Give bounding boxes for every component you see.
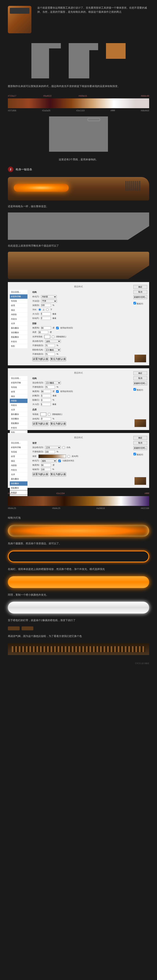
- gray-shape-1: [31, 43, 61, 78]
- label: 阻塞(C):: [32, 398, 40, 402]
- sidebar-item[interactable]: 纹理: [10, 304, 27, 308]
- sidebar-item[interactable]: 颜色叠加: [10, 412, 27, 417]
- new-style-button[interactable]: 新建样式(W)...: [133, 295, 147, 299]
- label: 渐变:: [32, 455, 37, 458]
- soften-input[interactable]: [41, 317, 51, 320]
- sidebar-item[interactable]: 光泽: [10, 321, 27, 326]
- sidebar-item[interactable]: 等高线: [10, 450, 27, 454]
- ok-button[interactable]: 确定: [133, 285, 147, 289]
- altitude-input[interactable]: [38, 331, 48, 334]
- new-style-button[interactable]: 新建样式(W)...: [133, 382, 147, 385]
- hex-label: #ffffff: [145, 492, 149, 495]
- sidebar-item-active[interactable]: 斜面和浮雕: [10, 294, 27, 299]
- sidebar-item[interactable]: 斜面和浮雕: [10, 445, 27, 450]
- layer-style-dialog-bevel: 图层样式 混合选项... 斜面和浮雕 等高线 纹理 描边 内阴影 内发光 光泽 …: [8, 282, 149, 365]
- sidebar-item[interactable]: 光泽: [10, 473, 27, 477]
- distance-input[interactable]: [41, 394, 51, 397]
- sidebar-item[interactable]: 纹理: [10, 454, 27, 459]
- sidebar-item[interactable]: 内发光: [10, 468, 27, 472]
- label: 等高线:: [32, 413, 39, 416]
- sidebar-item[interactable]: 内阴影: [10, 463, 27, 468]
- global-check[interactable]: [56, 390, 59, 393]
- contour-swatch[interactable]: [44, 335, 50, 339]
- preview-check[interactable]: [133, 302, 136, 304]
- angle-input[interactable]: [41, 390, 51, 393]
- sidebar-item[interactable]: 内发光: [10, 403, 27, 407]
- sidebar-item[interactable]: 混合选项...: [10, 441, 27, 445]
- cancel-button[interactable]: 取消: [133, 376, 147, 380]
- sidebar-item-active[interactable]: 内阴影: [10, 399, 27, 403]
- sidebar-item[interactable]: 混合选项...: [10, 290, 27, 294]
- sidebar-item[interactable]: 图案叠加: [10, 421, 27, 425]
- default-button[interactable]: 设置为默认值: [32, 357, 48, 361]
- sidebar-item[interactable]: 斜面和浮雕: [10, 381, 27, 385]
- reverse-check[interactable]: [67, 455, 70, 458]
- shadow-select[interactable]: 正片叠底: [45, 348, 61, 352]
- sidebar-item[interactable]: 描边: [10, 394, 27, 398]
- opacity-input[interactable]: [45, 450, 55, 453]
- sidebar-item-active[interactable]: 渐变叠加: [10, 481, 27, 486]
- dir-up-radio[interactable]: [38, 308, 41, 311]
- highlight-select[interactable]: 滤色: [45, 340, 61, 343]
- sidebar-item[interactable]: 内阴影: [10, 312, 27, 317]
- blend-select[interactable]: 正片叠底: [45, 381, 61, 384]
- size-input[interactable]: [41, 403, 51, 406]
- new-style-button[interactable]: 新建样式(W)...: [133, 446, 147, 450]
- sidebar-item[interactable]: 图案叠加: [10, 486, 27, 490]
- sidebar-item[interactable]: 渐变叠加: [10, 331, 27, 335]
- depth-input[interactable]: [41, 304, 51, 307]
- dir-down-radio[interactable]: [46, 308, 49, 311]
- noise-input[interactable]: [41, 417, 51, 420]
- reset-button[interactable]: 复位为默认值: [50, 422, 66, 426]
- ok-button[interactable]: 确定: [133, 371, 147, 375]
- scale-input[interactable]: [41, 468, 51, 471]
- sidebar-item[interactable]: 外发光: [10, 426, 27, 430]
- hex-label: #a26618: [96, 507, 105, 510]
- structure-header: 结构: [32, 377, 127, 380]
- method-select[interactable]: 平滑: [41, 299, 57, 302]
- cancel-button[interactable]: 取消: [133, 290, 147, 294]
- cancel-button[interactable]: 取消: [133, 441, 147, 445]
- antialias-check[interactable]: [48, 413, 50, 415]
- sidebar-item[interactable]: 颜色叠加: [10, 477, 27, 481]
- preview-check[interactable]: [133, 453, 136, 455]
- sidebar-item[interactable]: 光泽: [10, 408, 27, 412]
- preview-check[interactable]: [133, 388, 136, 391]
- sidebar-item[interactable]: 等高线: [10, 385, 27, 390]
- default-button[interactable]: 设置为默认值: [32, 422, 48, 426]
- sidebar-item[interactable]: 内发光: [10, 317, 27, 321]
- sidebar-item[interactable]: 等高线: [10, 299, 27, 303]
- default-button[interactable]: 设置为默认值: [32, 472, 48, 476]
- sidebar-item[interactable]: 纹理: [10, 390, 27, 394]
- choke-input[interactable]: [41, 398, 51, 402]
- size-input[interactable]: [41, 312, 51, 315]
- reset-button[interactable]: 复位为默认值: [50, 472, 66, 476]
- reset-button[interactable]: 复位为默认值: [50, 357, 66, 361]
- label: 混合模式(O):: [32, 381, 43, 384]
- shadow-opacity-input[interactable]: [45, 353, 55, 356]
- sidebar-item[interactable]: 描边: [10, 459, 27, 463]
- opacity-input[interactable]: [45, 344, 55, 347]
- style-select[interactable]: 内斜面: [41, 295, 57, 298]
- global-check[interactable]: [56, 327, 59, 329]
- sidebar-item[interactable]: 颜色叠加: [10, 326, 27, 330]
- sidebar-item[interactable]: 渐变叠加: [10, 417, 27, 421]
- gradient-swatch[interactable]: [38, 455, 66, 458]
- angle-input[interactable]: [41, 326, 51, 329]
- contour-swatch[interactable]: [40, 412, 46, 416]
- ok-button[interactable]: 确定: [133, 436, 147, 440]
- sidebar-item[interactable]: 描边: [10, 308, 27, 312]
- blend-select[interactable]: 正常: [45, 446, 61, 449]
- dither-check[interactable]: [62, 446, 65, 449]
- sidebar-item[interactable]: 外发光: [10, 339, 27, 344]
- angle-input[interactable]: [41, 463, 51, 467]
- grad-style-select[interactable]: 线性: [41, 459, 57, 462]
- label: 高光模式(H):: [32, 340, 43, 343]
- antialias-check[interactable]: [52, 336, 54, 338]
- sidebar-item[interactable]: 混合选项...: [10, 376, 27, 380]
- sidebar-item[interactable]: 图案叠加: [10, 335, 27, 339]
- sidebar-item[interactable]: 投影: [10, 344, 27, 348]
- quality-header: 品质: [32, 408, 127, 411]
- opacity-input[interactable]: [45, 385, 55, 389]
- align-check[interactable]: [58, 460, 61, 462]
